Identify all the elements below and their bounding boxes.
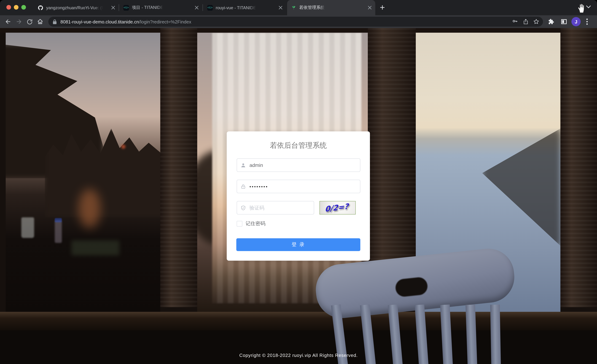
share-icon[interactable] bbox=[521, 17, 530, 26]
tab-titanide-rouyi-vue[interactable]: <t> rouyi-vue - TITANIDE bbox=[204, 0, 286, 15]
extensions-puzzle-icon[interactable] bbox=[546, 16, 557, 27]
side-panel-icon[interactable] bbox=[559, 16, 569, 27]
titanide-icon: <t> bbox=[123, 5, 129, 10]
tab-ruoyi-active[interactable]: 若依管理系统 bbox=[287, 0, 375, 15]
minimize-window-button[interactable] bbox=[14, 5, 18, 10]
table-paper bbox=[71, 240, 119, 255]
bottle-cap bbox=[55, 218, 62, 222]
shadow-wedge bbox=[482, 129, 560, 246]
window-frame-right bbox=[560, 28, 597, 307]
mouse-cursor-hand bbox=[577, 3, 586, 14]
chair-handle-hole bbox=[395, 277, 428, 297]
url-path: /login?redirect=%2Findex bbox=[139, 19, 191, 24]
github-icon bbox=[38, 5, 43, 10]
close-window-button[interactable] bbox=[6, 5, 11, 10]
profile-avatar[interactable]: J bbox=[571, 17, 581, 26]
zoom-window-button[interactable] bbox=[21, 5, 26, 10]
username-input[interactable] bbox=[249, 162, 360, 168]
back-button[interactable] bbox=[3, 16, 14, 27]
lock-icon bbox=[241, 184, 246, 189]
tab-strip: yangzongzhuan/RuoYi-Vue: (Ru <t> 项目 - TI… bbox=[0, 0, 597, 15]
remember-label: 记住密码 bbox=[245, 221, 266, 227]
titanide-icon: <t> bbox=[207, 5, 213, 10]
lock-icon[interactable] bbox=[53, 19, 57, 24]
captcha-image[interactable]: 0/2=? bbox=[320, 201, 356, 215]
window-pane-left bbox=[6, 33, 160, 312]
tab-close-icon[interactable] bbox=[111, 6, 115, 10]
tab-title: rouyi-vue - TITANIDE bbox=[216, 5, 256, 10]
forward-button[interactable] bbox=[14, 16, 24, 27]
remember-checkbox[interactable] bbox=[237, 221, 242, 227]
tab-separator bbox=[203, 4, 203, 11]
url-host: 8081-rouyi-vue-demo.cloud.titanide.cn bbox=[60, 19, 139, 24]
address-bar[interactable]: 8081-rouyi-vue-demo.cloud.titanide.cn/lo… bbox=[48, 17, 543, 27]
bottle bbox=[55, 220, 62, 243]
paper-cup bbox=[21, 217, 34, 238]
tab-close-icon[interactable] bbox=[195, 6, 199, 10]
reload-button[interactable] bbox=[24, 16, 35, 27]
tab-search-chevron-icon[interactable] bbox=[586, 5, 591, 9]
warm-glow bbox=[79, 189, 101, 228]
captcha-text: 0/2=? bbox=[325, 202, 349, 214]
captcha-input[interactable] bbox=[249, 205, 314, 211]
tab-close-icon[interactable] bbox=[279, 6, 283, 10]
browser-menu-icon[interactable] bbox=[583, 16, 591, 27]
bokeh-light bbox=[121, 145, 126, 149]
tab-github[interactable]: yangzongzhuan/RuoYi-Vue: (Ru bbox=[34, 0, 119, 15]
window-mullion-left bbox=[160, 28, 197, 307]
login-button[interactable]: 登 录 bbox=[236, 238, 360, 251]
captcha-field[interactable] bbox=[237, 201, 314, 215]
login-card: 若依后台管理系统 0/2=? 记住密码 bbox=[227, 132, 370, 261]
user-icon bbox=[241, 163, 246, 168]
url-text: 8081-rouyi-vue-demo.cloud.titanide.cn/lo… bbox=[60, 19, 510, 24]
tab-close-icon[interactable] bbox=[368, 6, 372, 10]
tab-title: yangzongzhuan/RuoYi-Vue: (Ru bbox=[46, 5, 103, 10]
bookmark-star-icon[interactable] bbox=[532, 17, 541, 26]
wooden-chair bbox=[313, 245, 526, 364]
ruoyi-leaf-icon bbox=[291, 5, 296, 10]
window-frame-top bbox=[0, 28, 597, 33]
home-button[interactable] bbox=[35, 16, 46, 27]
shield-check-icon bbox=[241, 205, 246, 210]
password-input[interactable] bbox=[249, 183, 360, 189]
browser-toolbar: 8081-rouyi-vue-demo.cloud.titanide.cn/lo… bbox=[0, 15, 597, 28]
window-controls bbox=[6, 5, 26, 10]
browser-window: yangzongzhuan/RuoYi-Vue: (Ru <t> 项目 - TI… bbox=[0, 0, 597, 364]
tab-titanide-project[interactable]: <t> 项目 - TITANIDE bbox=[120, 0, 202, 15]
password-key-icon[interactable] bbox=[510, 17, 519, 26]
tab-separator bbox=[119, 4, 119, 11]
copyright-text: Copyright © 2018-2022 ruoyi.vip All Righ… bbox=[0, 353, 597, 358]
new-tab-button[interactable] bbox=[379, 4, 386, 11]
tab-title: 项目 - TITANIDE bbox=[132, 5, 163, 11]
remember-password-row: 记住密码 bbox=[237, 221, 266, 227]
tab-title: 若依管理系统 bbox=[299, 5, 325, 11]
username-field[interactable] bbox=[237, 158, 360, 172]
login-title: 若依后台管理系统 bbox=[227, 141, 370, 150]
password-field[interactable] bbox=[237, 180, 360, 193]
